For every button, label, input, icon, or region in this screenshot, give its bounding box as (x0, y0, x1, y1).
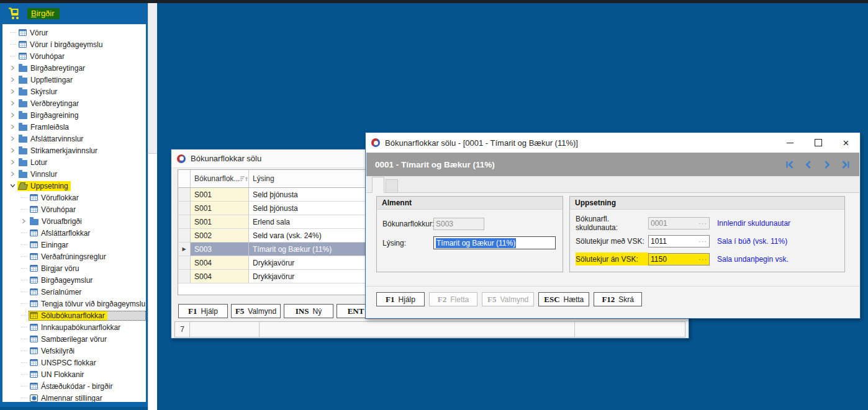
tree-item[interactable]: Vöruflokkar (2, 192, 146, 203)
expand-arrow-icon[interactable] (19, 383, 29, 390)
expand-arrow-icon[interactable] (19, 253, 29, 261)
tree-item[interactable]: Vinnslur (2, 168, 146, 180)
expand-arrow-icon[interactable] (8, 53, 17, 60)
function-button[interactable]: F1 Hjálp (178, 304, 228, 318)
tree-item[interactable]: Verðbreytingar (2, 97, 146, 109)
tree-item-body[interactable]: Vöruflokkar (29, 193, 146, 203)
expand-arrow-icon[interactable] (19, 336, 29, 343)
expand-arrow-icon[interactable] (8, 159, 17, 166)
tree-item[interactable]: Birgjar vöru (2, 262, 146, 274)
tree-item-body[interactable]: Verðbreytingar (17, 99, 146, 109)
tree-item[interactable]: Lotur (2, 156, 146, 168)
tree-item-body[interactable]: Birgðageymslur (29, 275, 146, 285)
expand-arrow-icon[interactable] (19, 277, 29, 284)
expand-arrow-icon[interactable] (19, 230, 29, 237)
row-selector-cell[interactable]: ▶ (178, 202, 191, 215)
minimize-icon[interactable] (776, 133, 804, 153)
expand-arrow-icon[interactable] (19, 288, 29, 296)
lookup-ellipsis-icon[interactable]: ··· (696, 220, 707, 227)
tree-item[interactable]: Vöruafbrigði (2, 215, 146, 227)
expand-arrow-icon[interactable] (19, 218, 29, 225)
tree-item-body[interactable]: Seríalnúmer (29, 287, 146, 297)
tree-item[interactable]: Strikamerkjavinnslur (2, 145, 146, 156)
expand-arrow-icon[interactable] (8, 41, 17, 48)
expand-arrow-icon[interactable] (19, 312, 29, 319)
expand-arrow-icon[interactable] (19, 359, 29, 367)
tab[interactable] (372, 177, 384, 193)
tree-item[interactable]: Uppflettingar (2, 74, 146, 86)
tree-item[interactable]: Uppsetning (2, 180, 146, 192)
account-field[interactable]: 1011 ··· (648, 235, 710, 247)
tree-item[interactable]: Vefskilyrði (2, 345, 146, 357)
tree-item-body[interactable]: Framleiðsla (17, 122, 146, 132)
expand-arrow-icon[interactable] (8, 29, 17, 37)
account-field[interactable]: 1150 ··· (648, 253, 710, 265)
expand-arrow-icon[interactable] (8, 88, 17, 96)
tree-item[interactable]: Seríalnúmer (2, 286, 146, 298)
expand-arrow-icon[interactable] (19, 300, 29, 308)
tree-item[interactable]: Birgðageymslur (2, 274, 146, 286)
tree-item[interactable]: Einingar (2, 239, 146, 251)
expand-arrow-icon[interactable] (8, 112, 17, 119)
tree-item-body[interactable]: Birgjar vöru (29, 264, 146, 274)
tree-item[interactable]: Birgðabreytingar (2, 62, 146, 74)
row-code-cell[interactable]: S004 (191, 256, 249, 270)
nav-next-icon[interactable] (822, 160, 832, 169)
tree-item-body[interactable]: UNSPSC flokkar (29, 358, 146, 368)
row-selector-cell[interactable]: ▶ (178, 243, 191, 256)
tree-item-body[interactable]: Sölubókunarflokkar (29, 311, 146, 321)
tree-item-body[interactable]: Vöruhópar (17, 51, 146, 61)
tree-item[interactable]: Vörur í birgðageymslu (2, 38, 146, 50)
tree-item-body[interactable]: Vöruhópar (29, 205, 146, 215)
row-code-cell[interactable]: S003 (191, 243, 249, 256)
close-icon[interactable] (832, 133, 860, 153)
row-code-cell[interactable]: S001 (191, 188, 249, 202)
tree-item[interactable]: Framleiðsla (2, 121, 146, 133)
tree-item-body[interactable]: Uppflettingar (17, 75, 146, 85)
nav-first-icon[interactable] (785, 160, 795, 169)
row-selector-cell[interactable]: ▶ (178, 215, 191, 229)
row-selector-cell[interactable]: ▶ (178, 270, 191, 283)
lysing-field[interactable]: Tímarit og Bækur (11%) (433, 236, 556, 249)
tree-item[interactable]: UN Flokkanir (2, 368, 146, 380)
expand-arrow-icon[interactable] (19, 206, 29, 213)
row-code-cell[interactable]: S004 (191, 270, 249, 283)
expand-arrow-icon[interactable] (19, 394, 29, 402)
function-button[interactable]: F12 Skrá (594, 292, 642, 306)
tree-item-body[interactable]: Vörur (17, 28, 146, 38)
expand-arrow-icon[interactable] (19, 241, 29, 249)
expand-arrow-icon[interactable] (8, 100, 17, 107)
tree-item-body[interactable]: Strikamerkjavinnslur (17, 146, 146, 156)
expand-arrow-icon[interactable] (8, 123, 17, 131)
expand-arrow-icon[interactable] (8, 182, 17, 190)
tree-item[interactable]: Vöruhópar (2, 203, 146, 215)
tree-item-body[interactable]: Afsláttarflokkar (29, 228, 146, 238)
expand-arrow-icon[interactable] (19, 347, 29, 355)
function-button[interactable]: F5 Valmynd (231, 304, 281, 318)
tree-item[interactable]: Verðafrúningsreglur (2, 251, 146, 262)
lookup-ellipsis-icon[interactable]: ··· (696, 256, 707, 263)
lookup-ellipsis-icon[interactable]: ··· (696, 238, 707, 245)
tree-item-body[interactable]: Birgðagreining (17, 110, 146, 120)
tab[interactable] (386, 179, 398, 192)
tree-item[interactable]: Afsláttarflokkar (2, 227, 146, 239)
tree-item-body[interactable]: Vöruafbrigði (29, 216, 146, 226)
tree-item[interactable]: Sölubókunarflokkar (2, 310, 146, 321)
expand-arrow-icon[interactable] (8, 171, 17, 178)
tree-item[interactable]: Almennar stillingar (2, 392, 146, 402)
tree-item[interactable]: Vörur (2, 27, 146, 38)
sidebar-scrollbar[interactable] (148, 3, 157, 410)
account-field[interactable]: 0001 ··· (648, 217, 710, 230)
tree-item-body[interactable]: Verðafrúningsreglur (29, 252, 146, 262)
tree-item-body[interactable]: Vefskilyrði (29, 346, 146, 356)
row-code-cell[interactable]: S001 (191, 202, 249, 215)
row-code-cell[interactable]: S002 (191, 229, 249, 243)
nav-prev-icon[interactable] (803, 160, 813, 169)
tree-item-body[interactable]: Ástæðukódar - birgðir (29, 381, 146, 391)
tree-item-body[interactable]: UN Flokkanir (29, 370, 146, 380)
tree-item[interactable]: Innkaupabókunarflokkar (2, 321, 146, 333)
function-button[interactable]: F1 Hjálp (376, 292, 425, 306)
tree-item-body[interactable]: Afsláttarvinnslur (17, 134, 146, 144)
tree-item[interactable]: UNSPSC flokkar (2, 357, 146, 368)
expand-arrow-icon[interactable] (19, 324, 29, 331)
